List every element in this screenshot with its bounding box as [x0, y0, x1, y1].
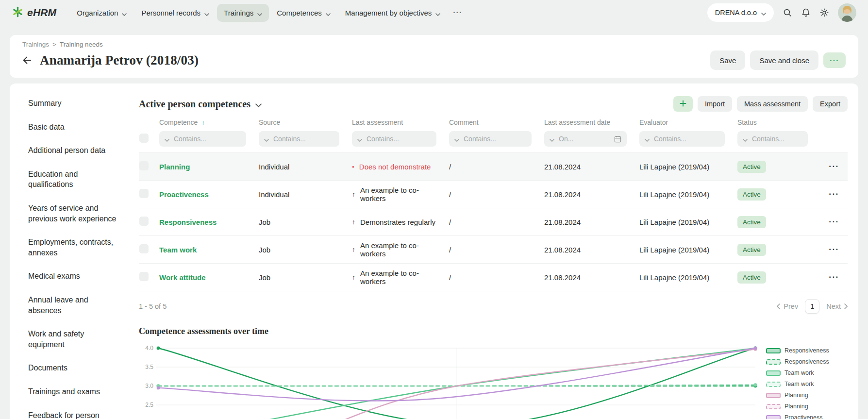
filter-placeholder: Contains...: [273, 135, 306, 143]
sidebar-item[interactable]: Summary: [28, 98, 119, 109]
notifications-bell-icon[interactable]: [801, 8, 811, 17]
header-more-actions-button[interactable]: ···: [823, 52, 846, 68]
filter-status[interactable]: Contains...: [737, 131, 808, 147]
legend-item-planning-solid[interactable]: Planning: [766, 392, 848, 399]
mass-assessment-button[interactable]: Mass assessment: [737, 96, 808, 112]
legend-item-team-work-dashed[interactable]: Team work: [766, 381, 848, 387]
nav-item[interactable]: Management by objectives: [338, 4, 447, 22]
export-button[interactable]: Export: [813, 96, 848, 112]
status-badge: Active: [737, 216, 766, 228]
legend-item-team-work-solid[interactable]: Team work: [766, 369, 848, 376]
legend-item-responsiveness-dashed[interactable]: Responsiveness: [766, 358, 848, 365]
competence-link[interactable]: Planning: [159, 163, 259, 171]
import-button[interactable]: Import: [698, 96, 732, 112]
legend-label: Planning: [785, 403, 808, 410]
company-name: DRENA d.o.o: [715, 9, 757, 17]
column-header-last-assessment[interactable]: Last assessment: [352, 118, 449, 126]
legend-item-responsiveness-solid[interactable]: Responsiveness: [766, 347, 848, 354]
nav-item[interactable]: Personnel records: [134, 4, 216, 22]
column-header-comment[interactable]: Comment: [449, 118, 544, 126]
assessment-cell: ↑ ● Demonstrates regularly: [352, 218, 449, 226]
column-header-evaluator[interactable]: Evaluator: [639, 118, 737, 126]
competence-link[interactable]: Work attitude: [159, 273, 259, 282]
filter-date[interactable]: On...: [544, 131, 627, 147]
legend-label: Responsiveness: [785, 347, 829, 354]
column-header-competence[interactable]: Competence ↑: [159, 118, 259, 126]
sidebar-item[interactable]: Education and qualifications: [28, 169, 119, 190]
sort-asc-icon: ↑: [201, 119, 205, 126]
nav-item-label: Competences: [277, 9, 322, 17]
competence-link[interactable]: Responsiveness: [159, 218, 259, 226]
sidebar-item[interactable]: Medical exams: [28, 271, 119, 282]
sidebar-item[interactable]: Employments, contracts, annexes: [28, 237, 119, 258]
user-avatar[interactable]: [838, 3, 856, 22]
svg-text:3.5: 3.5: [145, 364, 153, 370]
filter-evaluator[interactable]: Contains...: [639, 131, 725, 147]
row-checkbox[interactable]: [139, 189, 149, 198]
competence-link[interactable]: Proactiveness: [159, 190, 259, 199]
prev-page-button[interactable]: Prev: [777, 302, 798, 310]
filter-competence[interactable]: Contains...: [159, 131, 246, 147]
assessment-text: An example to co-workers: [360, 269, 443, 285]
sidebar-item[interactable]: Feedback for person: [28, 410, 119, 419]
breadcrumb-parent[interactable]: Trainings: [22, 41, 49, 48]
sidebar-item[interactable]: Annual leave and absences: [28, 295, 119, 316]
back-arrow-icon[interactable]: [21, 54, 33, 66]
nav-more-button[interactable]: ···: [447, 5, 468, 20]
sidebar-item[interactable]: Work and safety equipment: [28, 329, 119, 350]
nav-item[interactable]: Competences: [270, 4, 337, 22]
column-header-source[interactable]: Source: [259, 118, 352, 126]
legend-item-proactiveness-solid[interactable]: Proactiveness: [766, 414, 848, 419]
table-row: Team work Job ↑ ● An example to co-worke…: [139, 235, 848, 263]
calendar-icon[interactable]: [614, 135, 621, 143]
legend-label: Responsiveness: [785, 358, 829, 365]
legend-swatch: [766, 348, 781, 353]
row-actions-button[interactable]: ···: [829, 189, 839, 199]
sidebar-item[interactable]: Documents: [28, 363, 119, 373]
sidebar-item[interactable]: Additional person data: [28, 145, 119, 156]
nav-item[interactable]: Trainings: [217, 4, 269, 22]
company-selector[interactable]: DRENA d.o.o: [707, 3, 774, 22]
sidebar-item[interactable]: Trainings and exams: [28, 386, 119, 397]
competence-link[interactable]: Team work: [159, 246, 259, 254]
comment-cell: /: [449, 246, 544, 254]
row-checkbox[interactable]: [139, 161, 149, 170]
add-competence-button[interactable]: [673, 96, 693, 112]
column-header-status[interactable]: Status: [737, 118, 820, 126]
sidebar-item-label: Medical exams: [28, 272, 80, 280]
row-actions-button[interactable]: ···: [829, 162, 839, 171]
select-all-checkbox[interactable]: [139, 134, 149, 143]
row-checkbox[interactable]: [139, 272, 149, 281]
legend-item-planning-dashed[interactable]: Planning: [766, 403, 848, 410]
row-actions-button[interactable]: ···: [829, 245, 839, 254]
save-button[interactable]: Save: [710, 50, 745, 70]
section-title-toggle[interactable]: Active person competences: [139, 99, 262, 110]
column-header-date[interactable]: Last assessment date: [544, 118, 639, 126]
row-checkbox[interactable]: [139, 217, 149, 226]
date-cell: 21.08.2024: [544, 218, 639, 226]
sidebar-item[interactable]: Years of service and previous work exper…: [28, 203, 119, 224]
filter-last-assessment[interactable]: Contains...: [352, 131, 436, 147]
filter-comment[interactable]: Contains...: [449, 131, 532, 147]
chart-legend: ResponsivenessResponsivenessTeam workTea…: [766, 342, 848, 419]
assessment-cell: ↑ ● An example to co-workers: [352, 241, 449, 258]
next-page-button[interactable]: Next: [826, 302, 848, 310]
row-actions-button[interactable]: ···: [829, 217, 839, 226]
sidebar-item[interactable]: Basic data: [28, 122, 119, 133]
save-and-close-button[interactable]: Save and close: [750, 50, 818, 70]
current-page-button[interactable]: 1: [805, 299, 819, 314]
assessment-text: Does not demonstrate: [359, 163, 431, 171]
table-body: Planning Individual ↑ ● Does not demonst…: [139, 152, 848, 291]
row-actions-button[interactable]: ···: [829, 272, 839, 282]
app-logo[interactable]: eHRM: [12, 6, 56, 20]
filter-source[interactable]: Contains...: [259, 131, 339, 147]
search-icon[interactable]: [783, 8, 792, 17]
nav-item[interactable]: Organization: [70, 4, 134, 22]
record-sidebar: Summary Basic data Additional person dat…: [10, 84, 126, 419]
column-label: Competence: [159, 118, 198, 126]
arrow-up-icon: ↑: [352, 190, 355, 198]
settings-gear-icon[interactable]: [819, 8, 829, 17]
chevron-down-icon: [204, 9, 209, 17]
status-badge: Active: [737, 244, 766, 256]
row-checkbox[interactable]: [139, 244, 149, 253]
